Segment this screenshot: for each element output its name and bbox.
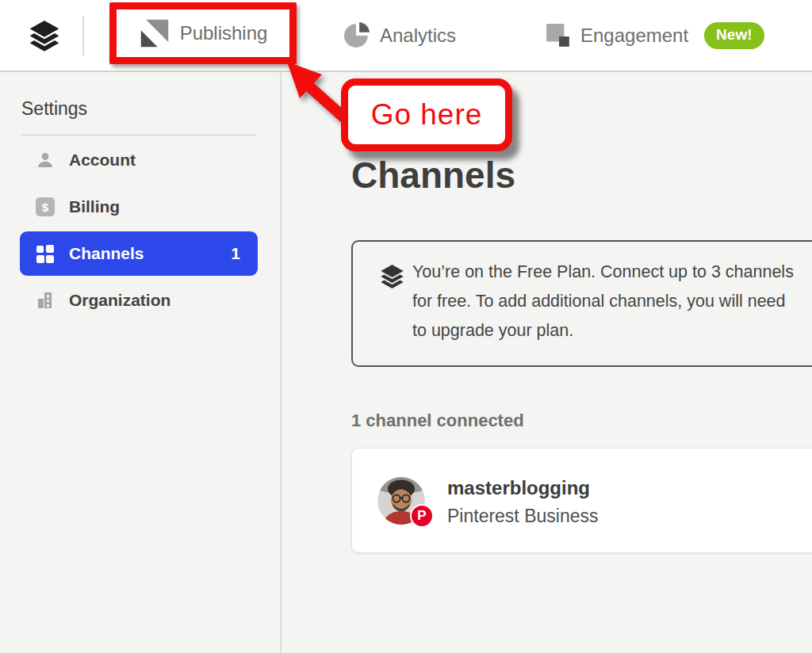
free-plan-notice-text: You’re on the Free Plan. Connect up to 3… bbox=[412, 258, 794, 346]
top-navigation-bar: Publishing Analytics Engagement New! bbox=[0, 0, 812, 72]
person-icon bbox=[36, 151, 55, 170]
sidebar-title: Settings bbox=[21, 98, 87, 120]
sidebar-item-organization[interactable]: Organization bbox=[20, 284, 258, 316]
free-plan-notice: You’re on the Free Plan. Connect up to 3… bbox=[351, 240, 812, 367]
sidebar-item-account[interactable]: Account bbox=[20, 144, 258, 176]
tab-publishing[interactable]: Publishing bbox=[139, 16, 268, 51]
annotation-go-here-label: Go here bbox=[371, 98, 483, 132]
sidebar-item-channels[interactable]: Channels 1 bbox=[20, 231, 258, 276]
tab-engagement[interactable]: Engagement New! bbox=[546, 18, 764, 53]
buffer-logo-icon[interactable] bbox=[29, 20, 60, 53]
sidebar-divider bbox=[21, 135, 256, 136]
annotation-highlight-box: Publishing bbox=[109, 2, 297, 64]
notice-line: to upgrade your plan. bbox=[412, 316, 794, 346]
tab-engagement-label: Engagement bbox=[580, 25, 688, 47]
header-divider bbox=[82, 16, 84, 55]
annotation-go-here-box: Go here bbox=[341, 78, 512, 151]
notice-line: for free. To add additional channels, yo… bbox=[412, 287, 794, 316]
pinterest-icon: P bbox=[410, 504, 434, 528]
tab-analytics-label: Analytics bbox=[380, 25, 456, 47]
sidebar-item-label: Channels bbox=[69, 244, 144, 263]
tab-analytics[interactable]: Analytics bbox=[343, 18, 456, 53]
channels-count-badge: 1 bbox=[231, 244, 240, 263]
dollar-icon: $ bbox=[36, 197, 55, 216]
connected-channels-summary: 1 channel connected bbox=[351, 411, 524, 431]
channel-service: Pinterest Business bbox=[447, 506, 598, 527]
buffer-logo-icon bbox=[380, 264, 404, 290]
engagement-icon bbox=[546, 23, 571, 48]
page-title: Channels bbox=[351, 154, 515, 197]
settings-sidebar: Settings Account $ Billing Channels 1 bbox=[0, 72, 282, 653]
channel-name: masterblogging bbox=[447, 477, 590, 499]
tab-publishing-label: Publishing bbox=[180, 22, 268, 44]
main-content: Channels You’re on the Free Plan. Connec… bbox=[283, 72, 812, 653]
grid-icon bbox=[36, 244, 55, 263]
new-badge: New! bbox=[704, 22, 764, 49]
analytics-pie-icon bbox=[343, 22, 370, 49]
sidebar-item-label: Billing bbox=[69, 197, 120, 216]
sidebar-item-label: Account bbox=[69, 151, 136, 170]
sidebar-item-billing[interactable]: $ Billing bbox=[20, 191, 258, 223]
sidebar-item-label: Organization bbox=[69, 291, 170, 310]
publish-icon bbox=[139, 17, 170, 49]
notice-line: You’re on the Free Plan. Connect up to 3… bbox=[412, 258, 794, 287]
avatar: P bbox=[377, 477, 425, 525]
channel-card[interactable]: P masterblogging Pinterest Business bbox=[351, 448, 812, 553]
building-icon bbox=[36, 291, 55, 310]
